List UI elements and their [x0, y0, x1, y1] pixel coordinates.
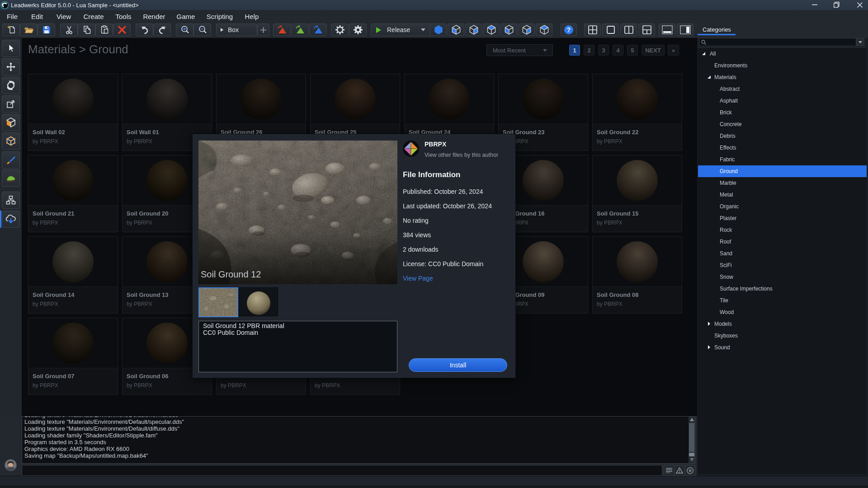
- svg-text:?: ?: [567, 26, 571, 33]
